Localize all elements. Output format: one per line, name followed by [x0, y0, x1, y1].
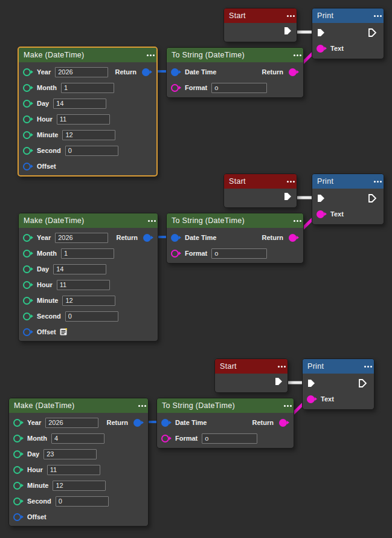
node-make-datetime[interactable]: Make (DateTime) Year Return Month Day	[8, 398, 149, 527]
year-input[interactable]	[45, 418, 98, 428]
pin-label: Hour	[37, 281, 53, 288]
text-input-pin[interactable]	[316, 45, 324, 53]
return-pin[interactable]	[133, 419, 141, 427]
second-pin[interactable]	[23, 147, 31, 155]
exec-out-pin[interactable]	[358, 378, 367, 388]
year-pin[interactable]	[23, 68, 31, 76]
menu-icon[interactable]	[290, 181, 292, 183]
note-icon[interactable]	[60, 328, 67, 335]
node-make-datetime[interactable]: Make (DateTime) Year Return Month Day	[18, 213, 158, 342]
second-input[interactable]	[65, 311, 118, 322]
menu-icon[interactable]	[150, 54, 152, 56]
day-input[interactable]	[43, 449, 97, 459]
minute-pin[interactable]	[13, 482, 21, 490]
month-pin[interactable]	[23, 250, 31, 258]
exec-out-pin[interactable]	[368, 28, 377, 37]
exec-out-pin[interactable]	[283, 26, 292, 36]
menu-icon[interactable]	[367, 366, 369, 368]
hour-input[interactable]	[47, 465, 100, 475]
day-pin[interactable]	[23, 100, 31, 108]
hour-input[interactable]	[57, 280, 110, 290]
node-graph-canvas[interactable]: Start Print Text Make (DateTime)	[0, 0, 392, 538]
year-input[interactable]	[55, 233, 108, 243]
minute-input[interactable]	[62, 130, 115, 140]
exec-in-pin[interactable]	[316, 193, 326, 203]
minute-input[interactable]	[62, 296, 115, 306]
node-title: Start	[229, 11, 246, 20]
month-input[interactable]	[51, 433, 104, 444]
second-input[interactable]	[65, 146, 118, 156]
minute-pin[interactable]	[23, 131, 31, 139]
return-pin[interactable]	[289, 68, 297, 76]
exec-out-pin[interactable]	[283, 192, 292, 201]
hour-pin[interactable]	[23, 281, 31, 289]
second-pin[interactable]	[23, 313, 31, 320]
exec-out-pin[interactable]	[368, 193, 377, 203]
exec-in-pin[interactable]	[316, 28, 326, 37]
offset-pin[interactable]	[13, 513, 21, 521]
menu-icon[interactable]	[290, 15, 292, 17]
month-pin[interactable]	[23, 84, 31, 92]
menu-icon[interactable]	[297, 54, 298, 56]
node-make-datetime[interactable]: Make (DateTime) Year Return Month Day	[18, 47, 158, 177]
return-pin[interactable]	[143, 234, 151, 242]
datetime-pin[interactable]	[161, 419, 169, 427]
node-start[interactable]: Start	[214, 358, 288, 393]
hour-pin[interactable]	[13, 466, 21, 474]
offset-pin[interactable]	[23, 328, 31, 336]
second-input[interactable]	[56, 496, 109, 507]
node-tostring-datetime[interactable]: To String (DateTime) Date Time Return Fo…	[166, 213, 304, 264]
hour-input[interactable]	[57, 114, 110, 125]
node-print[interactable]: Print Text	[302, 358, 374, 410]
menu-icon[interactable]	[377, 15, 379, 17]
node-tostring-datetime[interactable]: To String (DateTime) Date Time Return Fo…	[156, 398, 294, 449]
month-pin[interactable]	[13, 435, 21, 442]
minute-pin[interactable]	[23, 297, 31, 305]
day-pin[interactable]	[23, 265, 31, 273]
menu-icon[interactable]	[151, 220, 153, 222]
minute-input[interactable]	[53, 481, 106, 491]
pin-label: Date Time	[185, 68, 216, 76]
node-print[interactable]: Print Text	[312, 8, 384, 59]
datetime-pin[interactable]	[171, 68, 179, 76]
hour-pin[interactable]	[23, 115, 31, 123]
return-label: Return	[107, 419, 128, 426]
menu-icon[interactable]	[377, 181, 379, 183]
format-pin[interactable]	[171, 250, 179, 258]
datetime-pin[interactable]	[171, 234, 179, 242]
second-pin[interactable]	[13, 497, 21, 505]
menu-icon[interactable]	[297, 220, 298, 222]
return-pin[interactable]	[279, 419, 287, 427]
return-pin[interactable]	[142, 68, 150, 76]
exec-out-pin[interactable]	[274, 377, 283, 386]
menu-icon[interactable]	[281, 366, 283, 368]
node-start[interactable]: Start	[223, 8, 297, 42]
text-input-pin[interactable]	[307, 395, 315, 403]
format-input[interactable]	[211, 83, 267, 93]
node-tostring-datetime[interactable]: To String (DateTime) Date Time Return Fo…	[166, 47, 304, 98]
month-input[interactable]	[61, 83, 114, 93]
format-input[interactable]	[211, 248, 267, 259]
pin-label: Text	[321, 395, 334, 403]
month-input[interactable]	[61, 248, 114, 259]
text-input-pin[interactable]	[316, 210, 324, 218]
node-start[interactable]: Start	[223, 173, 297, 208]
pin-label: Hour	[37, 115, 53, 123]
return-pin[interactable]	[289, 234, 297, 242]
offset-pin[interactable]	[23, 163, 31, 170]
year-pin[interactable]	[13, 419, 21, 427]
format-pin[interactable]	[161, 435, 169, 442]
pin-label: Year	[27, 419, 41, 426]
node-title: Make (DateTime)	[14, 401, 75, 410]
day-pin[interactable]	[13, 450, 21, 458]
node-print[interactable]: Print Text	[312, 173, 384, 225]
exec-in-pin[interactable]	[307, 378, 316, 388]
year-input[interactable]	[55, 67, 108, 77]
menu-icon[interactable]	[287, 405, 289, 407]
menu-icon[interactable]	[141, 405, 143, 407]
format-input[interactable]	[202, 433, 257, 444]
year-pin[interactable]	[23, 234, 31, 242]
day-input[interactable]	[53, 264, 106, 274]
format-pin[interactable]	[171, 84, 179, 92]
day-input[interactable]	[53, 99, 106, 109]
